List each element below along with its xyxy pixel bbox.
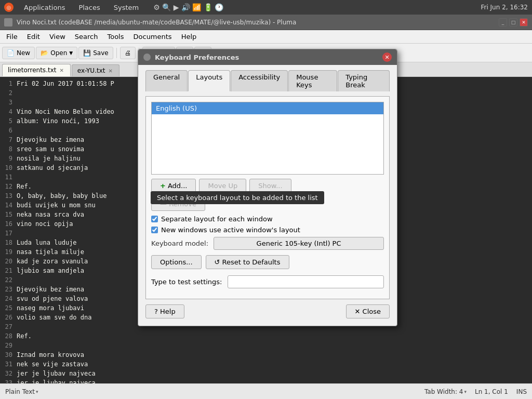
tab-mouse-keys[interactable]: Mouse Keys xyxy=(288,70,337,91)
keyboard-preferences-dialog: Keyboard Preferences ✕ General Layouts A… xyxy=(138,49,397,326)
line-30: 30 Iznad mora krovova xyxy=(2,350,530,360)
app-title: Vino Noci.txt (codeBASE /media/ubuntu-ma… xyxy=(17,19,296,26)
new-button[interactable]: 📄 New xyxy=(2,47,35,59)
keyboard-model-value[interactable]: Generic 105-key (Intl) PC xyxy=(214,237,384,250)
tab-accessibility[interactable]: Accessibility xyxy=(231,70,288,91)
add-label: Add... xyxy=(168,182,188,190)
layout-list[interactable]: English (US) xyxy=(151,102,384,175)
move-up-button[interactable]: Move Up xyxy=(199,179,246,193)
separate-layout-row: Separate layout for each window xyxy=(151,215,384,223)
menu-edit[interactable]: Edit xyxy=(23,31,44,42)
places-menu[interactable]: Places xyxy=(75,3,103,12)
separate-layout-label: Separate layout for each window xyxy=(161,215,273,223)
open-icon: 📂 xyxy=(41,49,48,57)
dialog-close-button[interactable]: ✕ xyxy=(382,52,392,62)
app-menu-bar: File Edit View Search Tools Documents He… xyxy=(0,30,532,44)
menu-search[interactable]: Search xyxy=(71,31,102,42)
line-31: 31 nek se vije zastava xyxy=(2,360,530,369)
reset-defaults-button[interactable]: ↺ Reset to Defaults xyxy=(206,255,289,269)
save-icon: 💾 xyxy=(83,49,91,57)
window-close-button[interactable]: ✕ xyxy=(520,18,528,26)
tab-width-arrow: ▾ xyxy=(464,389,467,394)
add-icon: + xyxy=(160,182,166,190)
maximize-button[interactable]: □ xyxy=(509,18,517,26)
new-icon: 📄 xyxy=(7,49,15,57)
app-icon xyxy=(4,18,12,26)
close-button[interactable]: ✕ Close xyxy=(346,304,390,318)
dialog-icon xyxy=(143,54,151,61)
keyboard-model-label: Keyboard model: xyxy=(151,240,208,247)
test-row: Type to test settings: xyxy=(151,275,384,288)
menu-file[interactable]: File xyxy=(2,31,22,42)
layout-buttons-row: + Add... Move Up Show... xyxy=(151,179,384,193)
open-button[interactable]: 📂 Open ▼ xyxy=(36,47,77,59)
menu-tools[interactable]: Tools xyxy=(103,31,128,42)
line-32: 32 jer je ljubav najveca xyxy=(2,369,530,378)
tab-width-dropdown[interactable]: Tab Width: 4 ▾ xyxy=(424,388,467,395)
status-bar: Plain Text ▾ Tab Width: 4 ▾ Ln 1, Col 1 … xyxy=(0,383,532,399)
clock: Fri Jun 2, 16:32 xyxy=(481,4,528,11)
test-input[interactable] xyxy=(228,275,384,288)
plain-text-label: Plain Text xyxy=(5,388,35,395)
action-row: Options... ↺ Reset to Defaults xyxy=(151,255,384,269)
add-layout-button[interactable]: + Add... xyxy=(151,179,196,193)
tab-typing-break[interactable]: Typing Break xyxy=(338,70,390,91)
save-button[interactable]: 💾 Save xyxy=(78,47,113,59)
print-icon: 🖨 xyxy=(125,49,131,57)
line-28: 28 Ref. xyxy=(2,331,530,341)
dialog-tab-content: English (US) + Add... Move Up Show... — … xyxy=(145,96,390,299)
system-menu[interactable]: System xyxy=(111,3,142,12)
new-windows-checkbox[interactable] xyxy=(151,227,158,233)
window-controls: _ □ ✕ xyxy=(499,18,528,26)
toolbar-separator xyxy=(116,48,117,58)
keyboard-model-row: Keyboard model: Generic 105-key (Intl) P… xyxy=(151,237,384,250)
tab-limetorrents-close[interactable]: ✕ xyxy=(58,68,64,73)
menu-documents[interactable]: Documents xyxy=(129,31,176,42)
new-windows-label: New windows use active window's layout xyxy=(161,226,300,234)
minimize-button[interactable]: _ xyxy=(499,18,507,26)
plain-text-dropdown[interactable]: Plain Text ▾ xyxy=(5,388,38,395)
tab-general[interactable]: General xyxy=(145,70,188,91)
remove-btn-row: — Remove xyxy=(151,197,384,211)
app-title-bar: Vino Noci.txt (codeBASE /media/ubuntu-ma… xyxy=(0,15,532,30)
line-33: 33 jer je ljubav najveca xyxy=(2,378,530,383)
options-button[interactable]: Options... xyxy=(151,255,202,269)
print-button[interactable]: 🖨 xyxy=(120,47,136,59)
tab-limetorrents-label: limetorrents.txt xyxy=(8,66,56,74)
dialog-tabs: General Layouts Accessibility Mouse Keys… xyxy=(145,70,390,91)
tab-width-label: Tab Width: 4 xyxy=(424,388,463,395)
dialog-title: Keyboard Preferences xyxy=(155,54,239,61)
new-windows-row: New windows use active window's layout xyxy=(151,226,384,234)
help-button[interactable]: ? Help xyxy=(145,304,184,318)
menu-view[interactable]: View xyxy=(45,31,70,42)
ins-mode: INS xyxy=(516,388,527,395)
bottom-btn-row: ? Help ✕ Close xyxy=(145,304,390,318)
tab-layouts[interactable]: Layouts xyxy=(188,70,230,91)
tab-exyu-label: ex-YU.txt xyxy=(77,67,105,74)
test-label: Type to test settings: xyxy=(151,278,222,286)
plain-text-arrow: ▾ xyxy=(36,389,38,394)
menu-help[interactable]: Help xyxy=(177,31,201,42)
dialog-title-bar: Keyboard Preferences ✕ xyxy=(138,49,397,65)
tab-limetorrents[interactable]: limetorrents.txt ✕ xyxy=(2,64,71,76)
system-logo[interactable]: ◎ xyxy=(4,3,14,12)
open-dropdown-arrow: ▼ xyxy=(69,50,73,56)
separate-layout-checkbox[interactable] xyxy=(151,216,158,222)
show-button[interactable]: Show... xyxy=(249,179,291,193)
tab-exyu[interactable]: ex-YU.txt ✕ xyxy=(72,64,119,76)
cursor-position: Ln 1, Col 1 xyxy=(475,388,508,395)
layout-item-english-us[interactable]: English (US) xyxy=(152,102,383,114)
dialog-body: General Layouts Accessibility Mouse Keys… xyxy=(138,65,397,326)
top-system-bar: ◎ Applications Places System ⚙ 🔍 ▶ 🔊 📶 🔋… xyxy=(0,0,532,15)
app-icons: ⚙ 🔍 ▶ 🔊 📶 🔋 🕐 xyxy=(153,3,223,11)
applications-menu[interactable]: Applications xyxy=(21,3,68,12)
line-29: 29 xyxy=(2,341,530,350)
tab-exyu-close[interactable]: ✕ xyxy=(107,68,113,74)
status-bar-right: Tab Width: 4 ▾ Ln 1, Col 1 INS xyxy=(424,388,527,395)
remove-button[interactable]: — Remove xyxy=(151,197,205,211)
